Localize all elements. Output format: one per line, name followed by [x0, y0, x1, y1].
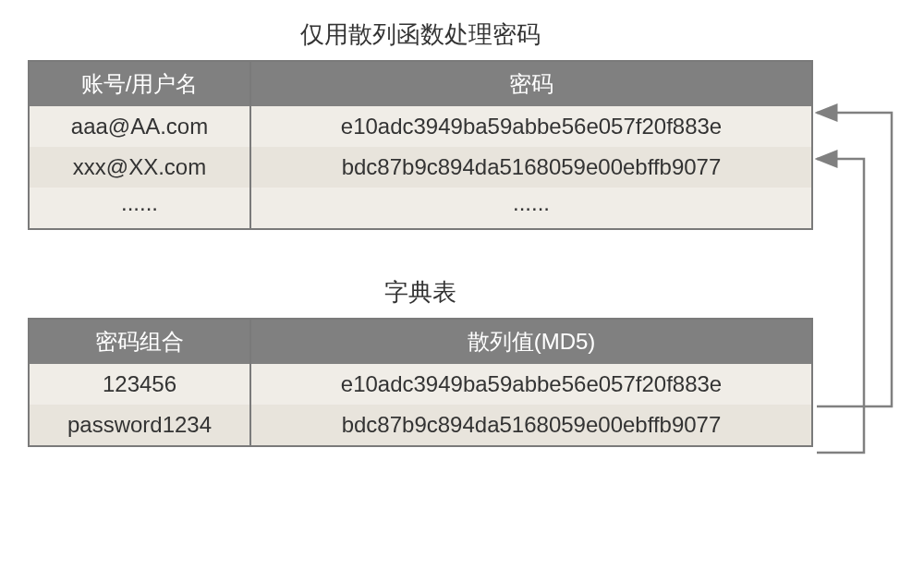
table2-header-md5: 散列值(MD5): [251, 320, 811, 364]
table1-header-password: 密码: [251, 62, 811, 106]
table2-title: 字典表: [28, 276, 813, 309]
dictionary-table: 密码组合 散列值(MD5) 123456 e10adc3949ba59abbe5…: [28, 318, 813, 447]
hash-password-table: 账号/用户名 密码 aaa@AA.com e10adc3949ba59abbe5…: [28, 60, 813, 230]
password-combo-cell: 123456: [30, 364, 251, 405]
table-row: ······ ······: [30, 188, 811, 228]
ellipsis-cell: ······: [251, 188, 811, 228]
table2-header-row: 密码组合 散列值(MD5): [30, 320, 811, 364]
md5-hash-cell: bdc87b9c894da5168059e00ebffb9077: [251, 405, 811, 445]
table-row: password1234 bdc87b9c894da5168059e00ebff…: [30, 405, 811, 445]
table-row: aaa@AA.com e10adc3949ba59abbe56e057f20f8…: [30, 106, 811, 147]
arrow-dict2-to-pass2: [817, 159, 864, 453]
table-row: 123456 e10adc3949ba59abbe56e057f20f883e: [30, 364, 811, 405]
table1-title: 仅用散列函数处理密码: [28, 18, 813, 51]
password-combo-cell: password1234: [30, 405, 251, 445]
account-cell: xxx@XX.com: [30, 147, 251, 188]
ellipsis-cell: ······: [30, 188, 251, 228]
password-hash-cell: bdc87b9c894da5168059e00ebffb9077: [251, 147, 811, 188]
account-cell: aaa@AA.com: [30, 106, 251, 147]
password-hash-cell: e10adc3949ba59abbe56e057f20f883e: [251, 106, 811, 147]
table-row: xxx@XX.com bdc87b9c894da5168059e00ebffb9…: [30, 147, 811, 188]
table2-header-combo: 密码组合: [30, 320, 251, 364]
table1-header-row: 账号/用户名 密码: [30, 62, 811, 106]
arrow-dict1-to-pass1: [817, 113, 892, 406]
md5-hash-cell: e10adc3949ba59abbe56e057f20f883e: [251, 364, 811, 405]
table1-header-account: 账号/用户名: [30, 62, 251, 106]
